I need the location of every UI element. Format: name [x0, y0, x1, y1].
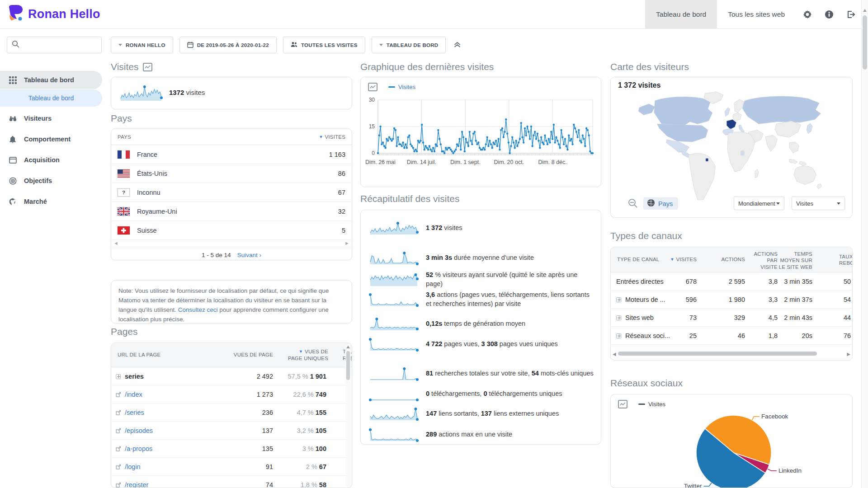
- table-row[interactable]: /login912 % 67: [111, 458, 352, 476]
- page-unique-views: 2 % 67: [263, 458, 326, 476]
- external-link-icon[interactable]: [116, 465, 121, 469]
- site-selector-button[interactable]: RONAN HELLO: [111, 37, 173, 53]
- map-metric-select[interactable]: Visites: [792, 197, 845, 210]
- channel-actions-header[interactable]: ACTIONS: [713, 257, 745, 262]
- page-url-link[interactable]: /index: [125, 385, 142, 404]
- channels-hscroll[interactable]: ◀▶: [613, 351, 850, 357]
- scrollbar-thumb[interactable]: [863, 15, 867, 70]
- country-visits: 86: [338, 170, 345, 177]
- summary-row: 4 722 pages vues, 3 308 pages vues uniqu…: [369, 337, 594, 352]
- table-row[interactable]: /index1 27322,6 % 749: [111, 385, 352, 404]
- external-link-icon[interactable]: [116, 428, 121, 433]
- summary-row: 289 actions max en une visite: [369, 427, 594, 442]
- dashboard-selector-button[interactable]: TABLEAU DE BORD: [372, 37, 446, 53]
- pie-label-twitter: Twitter: [684, 483, 702, 488]
- external-link-icon[interactable]: [116, 410, 121, 415]
- chart-legend[interactable]: Visites: [388, 84, 415, 90]
- sidebar-item-tableau-de-bord[interactable]: Tableau de bord: [0, 71, 102, 89]
- svg-text:30: 30: [369, 97, 375, 103]
- pages-vscroll[interactable]: [345, 344, 351, 487]
- page-unique-views: 22,6 % 749: [263, 385, 326, 404]
- consultez-ceci-link[interactable]: Consultez ceci: [178, 306, 218, 313]
- views-col-header[interactable]: VUES DE PAGE: [234, 352, 273, 357]
- logout-icon[interactable]: [846, 10, 855, 19]
- page-url-link[interactable]: /register: [125, 476, 148, 488]
- external-link-icon[interactable]: [116, 446, 121, 451]
- external-link-icon[interactable]: [116, 483, 121, 488]
- sidebar-item-comportement[interactable]: Comportement: [0, 130, 102, 148]
- table-row[interactable]: /register741,8 % 58: [111, 476, 352, 488]
- table-row[interactable]: Entrées directes6782 5953,83 min 35s50 %: [611, 272, 852, 291]
- page-name[interactable]: series: [125, 367, 144, 385]
- world-map[interactable]: [613, 88, 849, 200]
- table-row[interactable]: /episodes1373,2 % 105: [111, 422, 352, 440]
- summary-text: 4 722 pages vues, 3 308 pages vues uniqu…: [426, 340, 558, 349]
- date-range-label: DE 2019-05-26 À 2020-01-22: [197, 42, 269, 48]
- export-icon[interactable]: [143, 63, 152, 71]
- location-note: Note: Vous utilisez le fournisseur de lo…: [111, 280, 352, 324]
- visits-count: 1372: [169, 89, 184, 96]
- settings-icon[interactable]: [803, 10, 812, 19]
- search-input[interactable]: [7, 37, 102, 53]
- caret-down-icon: [776, 202, 780, 205]
- channel-time-header[interactable]: TEMPS MOYEN SUR LE SITE WEB: [776, 251, 812, 270]
- page-url-link[interactable]: /series: [125, 404, 144, 422]
- table-row[interactable]: series2 49257,5 % 1 901: [111, 367, 352, 385]
- visits-line-chart[interactable]: 30150Dim. 26 maiDim. 14 juil.Dim. 1 sept…: [364, 95, 598, 184]
- calendar-icon: [187, 42, 193, 49]
- tab-tous-les-sites-web[interactable]: Tous les sites web: [717, 0, 796, 28]
- logo[interactable]: Ronan Hello: [7, 5, 100, 23]
- summary-text: 3 min 3s durée moyenne d'une visite: [426, 253, 534, 263]
- table-row[interactable]: Moteurs de ...5961 9803,32 min 37s54 %: [611, 291, 852, 309]
- visits-col-header[interactable]: ▼VISITES: [319, 134, 345, 140]
- sidebar-item-objectifs[interactable]: Objectifs: [0, 172, 102, 190]
- table-row[interactable]: /series2364,7 % 155: [111, 404, 352, 422]
- map-region-select[interactable]: Mondialement: [734, 197, 784, 210]
- table-row[interactable]: ?Inconnu67: [111, 183, 352, 202]
- zoom-out-icon[interactable]: [628, 198, 638, 208]
- expand-icon[interactable]: [116, 374, 121, 379]
- countries-col-header[interactable]: PAYS: [118, 134, 131, 140]
- page-unique-views: 1,8 % 58: [263, 476, 326, 488]
- date-range-button[interactable]: DE 2019-05-26 À 2020-01-22: [179, 37, 277, 53]
- summary-row: 0,12s temps de génération moyen: [369, 317, 594, 331]
- scroll-up-icon[interactable]: [863, 9, 867, 12]
- unique-views-col-header[interactable]: ▼VUES DE PAGE UNIQUES: [283, 348, 328, 362]
- channel-col-header[interactable]: TYPE DE CANAL: [617, 257, 659, 262]
- segment-button[interactable]: TOUTES LES VISITES: [283, 37, 365, 53]
- svg-text:Dim. 20 oct.: Dim. 20 oct.: [494, 159, 524, 165]
- page-url-link[interactable]: /login: [125, 458, 141, 476]
- table-row[interactable]: Sites web733294,52 min 43s44 %: [611, 309, 852, 327]
- channel-apv-header[interactable]: ACTIONS PAR VISITE: [750, 251, 778, 270]
- pages-section-title: Pages: [111, 326, 138, 337]
- info-icon[interactable]: [825, 10, 834, 19]
- table-row[interactable]: /a-propos1353 % 100: [111, 440, 352, 458]
- page-url-link[interactable]: /episodes: [125, 422, 153, 440]
- logo-mark-icon: [7, 5, 24, 23]
- sidebar-subitem-tableau-de-bord[interactable]: Tableau de bord: [0, 89, 102, 107]
- collapse-toolbar-icon[interactable]: [454, 41, 461, 49]
- table-row[interactable]: Royaume-Uni32: [111, 202, 352, 221]
- social-pie-chart[interactable]: FacebookLinkedInTwitter: [611, 394, 853, 488]
- table-row[interactable]: États-Unis86: [111, 164, 352, 183]
- channel-bounce-header[interactable]: TAUX DE REBOND: [839, 253, 853, 267]
- page-url-link[interactable]: /a-propos: [125, 440, 152, 458]
- countries-hscroll[interactable]: ◄►: [111, 240, 352, 247]
- summary-row: 147 liens sortants, 137 liens externes u…: [369, 407, 594, 421]
- tab-tableau-de-bord[interactable]: Tableau de bord: [645, 0, 717, 28]
- table-row[interactable]: Réseaux soci...25461,820s76 %: [611, 327, 852, 345]
- svg-text:?: ?: [122, 189, 125, 195]
- sidebar-item-visiteurs[interactable]: Visiteurs: [0, 109, 102, 127]
- table-row[interactable]: France1 163: [111, 145, 352, 164]
- sidebar-item-marche[interactable]: Marché: [0, 192, 102, 211]
- window-icon: [9, 156, 17, 164]
- external-link-icon[interactable]: [116, 392, 121, 397]
- sidebar-item-acquisition[interactable]: Acquisition: [0, 151, 102, 169]
- page-scrollbar[interactable]: [861, 0, 868, 488]
- table-row[interactable]: Suisse5: [111, 221, 352, 240]
- pagination-next-link[interactable]: Suivant ›: [237, 252, 261, 258]
- url-col-header[interactable]: URL DE LA PAGE: [118, 352, 160, 357]
- channel-visits-header[interactable]: ▼VISITES: [660, 257, 697, 262]
- export-icon[interactable]: [368, 83, 377, 91]
- region-mode-button[interactable]: Pays: [643, 197, 678, 210]
